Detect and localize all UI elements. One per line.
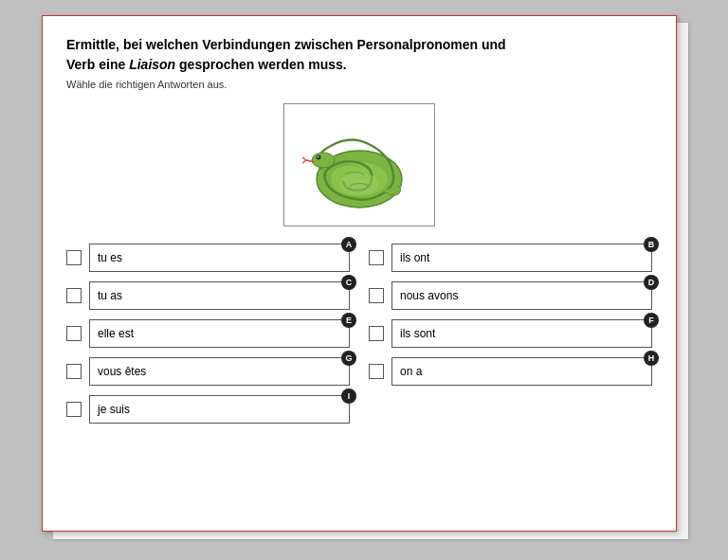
- option-box-h: H on a: [391, 357, 652, 386]
- subtitle: Wähle die richtigen Antworten aus.: [66, 79, 652, 90]
- title-liaison: Liaison: [129, 57, 175, 72]
- page-title: Ermittle, bei welchen Verbindungen zwisc…: [66, 35, 652, 75]
- checkbox-a[interactable]: [66, 250, 82, 265]
- svg-point-2: [312, 153, 335, 168]
- option-label-e: elle est: [98, 327, 134, 340]
- svg-line-6: [302, 157, 306, 160]
- option-box-f: F ils sont: [391, 319, 652, 348]
- option-label-d: nous avons: [400, 289, 458, 302]
- checkbox-d[interactable]: [369, 288, 384, 303]
- option-row-e: E elle est: [66, 319, 350, 348]
- option-row-f: F ils sont: [369, 319, 652, 348]
- checkbox-i[interactable]: [66, 402, 82, 417]
- title-line2b: gesprochen werden muss.: [175, 57, 347, 72]
- snake-container: [66, 103, 652, 226]
- option-box-b: B ils ont: [391, 244, 652, 272]
- option-box-g: G vous êtes: [89, 357, 350, 386]
- option-row-g: G vous êtes: [66, 357, 350, 386]
- checkbox-b[interactable]: [369, 250, 384, 265]
- badge-e: E: [341, 313, 356, 328]
- option-row-b: B ils ont: [369, 244, 652, 272]
- badge-h: H: [644, 351, 659, 366]
- checkbox-h[interactable]: [369, 364, 384, 379]
- paper-main: Ermittle, bei welchen Verbindungen zwisc…: [42, 15, 677, 532]
- option-box-e: E elle est: [89, 319, 350, 348]
- option-box-a: A tu es: [89, 244, 350, 272]
- page-stack: Ermittle, bei welchen Verbindungen zwisc…: [42, 15, 686, 546]
- title-line2a: Verb eine: [66, 57, 129, 72]
- badge-f: F: [644, 313, 659, 328]
- badge-b: B: [644, 237, 659, 252]
- option-row-a: A tu es: [66, 244, 350, 272]
- option-label-i: je suis: [98, 403, 130, 416]
- option-label-f: ils sont: [400, 327, 435, 340]
- option-row-i: I je suis: [66, 395, 350, 424]
- options-grid: A tu es B ils ont C tu as: [66, 244, 652, 424]
- option-row-c: C tu as: [66, 281, 350, 310]
- option-box-i: I je suis: [89, 395, 350, 424]
- option-label-c: tu as: [98, 289, 122, 302]
- option-box-d: D nous avons: [391, 281, 652, 310]
- checkbox-f[interactable]: [369, 326, 384, 341]
- option-label-g: vous êtes: [98, 365, 146, 378]
- badge-i: I: [341, 388, 356, 404]
- checkbox-c[interactable]: [66, 288, 82, 303]
- snake-icon: [293, 108, 426, 222]
- option-label-a: tu es: [98, 251, 122, 264]
- badge-a: A: [341, 237, 356, 252]
- svg-line-7: [302, 160, 306, 163]
- option-box-c: C tu as: [89, 281, 350, 310]
- option-label-h: on a: [400, 365, 422, 378]
- option-row-h: H on a: [369, 357, 652, 386]
- option-label-b: ils ont: [400, 251, 429, 264]
- option-row-d: D nous avons: [369, 281, 652, 310]
- checkbox-g[interactable]: [66, 364, 82, 379]
- svg-point-4: [318, 155, 319, 157]
- badge-c: C: [341, 275, 356, 290]
- title-line1: Ermittle, bei welchen Verbindungen zwisc…: [66, 37, 506, 52]
- snake-image-box: [283, 103, 435, 226]
- checkbox-e[interactable]: [66, 326, 82, 341]
- badge-d: D: [644, 275, 659, 290]
- badge-g: G: [341, 351, 356, 366]
